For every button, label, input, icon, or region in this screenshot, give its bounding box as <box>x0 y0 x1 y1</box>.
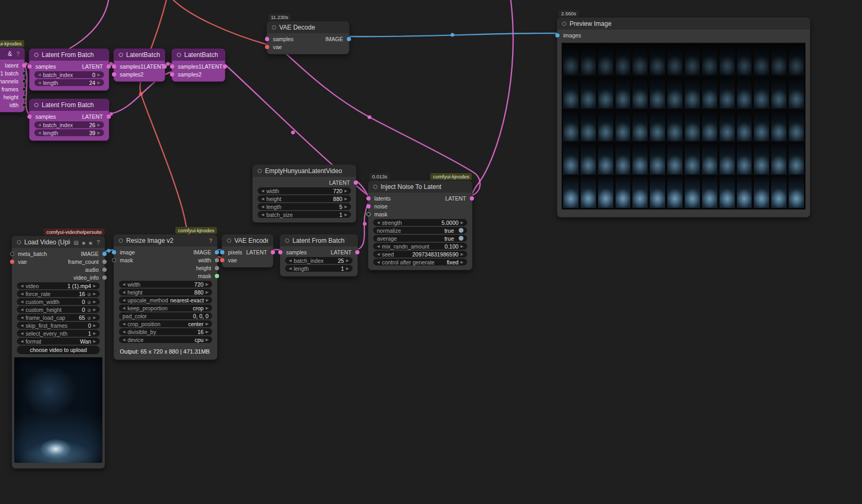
stepper-left-icon[interactable] <box>377 244 380 248</box>
vae-decode-node-samples-in-dot[interactable] <box>265 37 269 41</box>
collapse-dot[interactable] <box>177 53 181 57</box>
stepper-right-icon[interactable] <box>206 306 209 310</box>
collapse-dot[interactable] <box>285 239 289 243</box>
latent-batch-1-samples1-in-dot[interactable] <box>112 64 116 69</box>
vae-encode-node-vae-in-dot[interactable] <box>220 258 224 262</box>
resize-image-v2-node-width-out-dot[interactable] <box>215 258 219 262</box>
collapse-dot[interactable] <box>373 185 377 189</box>
stepper-right-icon[interactable] <box>345 205 347 208</box>
stepper-left-icon[interactable] <box>261 205 264 208</box>
node-titlebar[interactable]: Latent From Batch <box>280 235 357 246</box>
collapse-dot[interactable] <box>562 22 566 26</box>
help-icon[interactable]: ? <box>209 237 212 244</box>
empty-hunyuan-latent-video-node[interactable]: EmptyHunyuanLatentVideoLATENTwidth720hei… <box>252 165 356 223</box>
resize-image-v2-node-device-widget[interactable]: devicecpu <box>119 336 212 343</box>
video-preview-thumbnail[interactable] <box>14 357 102 463</box>
resize-image-v2-node-image-in-dot[interactable] <box>112 250 116 254</box>
stepper-left-icon[interactable] <box>377 252 380 256</box>
latent-from-batch-3-samples-in-dot[interactable] <box>278 250 282 254</box>
stepper-right-icon[interactable] <box>93 300 96 303</box>
vae-encode-node-pixels-in-dot[interactable] <box>220 250 224 254</box>
inject-noise-to-latent-node-latent-out-dot[interactable] <box>470 196 474 201</box>
stepper-right-icon[interactable] <box>206 338 209 341</box>
node-titlebar[interactable]: Load Video (Upload)? <box>12 236 105 248</box>
inject-noise-to-latent-node[interactable]: 0.013scomfyui-kjnodesInject Noise To Lat… <box>368 180 472 270</box>
screen-icon[interactable] <box>73 239 78 245</box>
stepper-left-icon[interactable] <box>122 306 125 310</box>
reroute-dot[interactable] <box>367 115 371 119</box>
disable-icon[interactable] <box>87 291 91 297</box>
stepper-left-icon[interactable] <box>38 73 41 77</box>
collapse-dot[interactable] <box>34 103 39 107</box>
node-titlebar[interactable]: Inject Noise To Latent <box>368 181 472 193</box>
stepper-right-icon[interactable] <box>93 339 96 343</box>
stepper-right-icon[interactable] <box>98 123 100 127</box>
node-titlebar[interactable]: Latent From Batch <box>30 49 109 61</box>
stepper-right-icon[interactable] <box>98 131 100 135</box>
stepper-right-icon[interactable] <box>93 308 96 311</box>
inject-noise-to-latent-node-normalize-widget[interactable]: normalizetrue <box>373 227 467 234</box>
stepper-left-icon[interactable] <box>21 339 23 343</box>
stepper-left-icon[interactable] <box>21 331 23 335</box>
toggle-knob[interactable] <box>459 236 463 241</box>
latent-from-batch-3[interactable]: Latent From BatchsamplesLATENTbatch_inde… <box>280 234 358 277</box>
resize-image-v2-node-crop-position-widget[interactable]: crop_positioncenter <box>119 320 212 327</box>
load-video-upload-node-video-info-out-dot[interactable] <box>102 275 107 280</box>
disable-icon[interactable] <box>87 315 91 321</box>
vae-encode-node[interactable]: VAE EncodepixelsLATENTvae <box>222 234 273 268</box>
help-icon[interactable]: ? <box>16 51 20 57</box>
stepper-right-icon[interactable] <box>93 292 96 296</box>
stepper-right-icon[interactable] <box>345 213 347 216</box>
stepper-right-icon[interactable] <box>206 330 209 334</box>
resize-image-v2-node-keep-proportion-widget[interactable]: keep_proportioncrop <box>119 305 212 311</box>
resize-image-v2-node-upscale-method-widget[interactable]: upscale_methodnearest-exact <box>119 297 212 303</box>
load-video-upload-node-audio-out-dot[interactable] <box>102 268 107 272</box>
stepper-right-icon[interactable] <box>98 81 100 84</box>
preview-image-node-images-in-dot[interactable] <box>555 33 560 37</box>
load-video-upload-node-force-rate-widget[interactable]: force_rate16 <box>17 290 100 297</box>
resize-image-v2-node-mask-in-dot[interactable] <box>112 258 116 262</box>
stepper-right-icon[interactable] <box>461 252 463 256</box>
resize-image-v2-node-height-out-dot[interactable] <box>215 266 219 270</box>
stepper-left-icon[interactable] <box>377 221 380 224</box>
latent-batch-2-latent-out-dot[interactable] <box>223 64 227 69</box>
resize-image-v2-node-divisible-by-widget[interactable]: divisible_by16 <box>119 328 212 335</box>
node-titlebar[interactable]: VAE Encode <box>222 235 273 246</box>
load-video-upload-node-image-out-dot[interactable] <box>102 252 107 256</box>
reroute-dot[interactable] <box>363 222 366 225</box>
vae-decode-node-image-out-dot[interactable] <box>347 37 351 41</box>
resize-image-v2-node-pad-color-widget[interactable]: pad_color0, 0, 0 <box>119 312 212 319</box>
latent-batch-2-samples1-in-dot[interactable] <box>170 64 174 69</box>
stepper-left-icon[interactable] <box>289 259 291 262</box>
inject-noise-to-latent-node-mask-in-dot[interactable] <box>366 212 371 216</box>
stepper-right-icon[interactable] <box>93 284 96 288</box>
collapse-dot[interactable] <box>272 25 276 30</box>
latent-batch-1[interactable]: LatentBatchsamples1LATENTsamples2 <box>113 49 165 82</box>
latent-from-batch-2[interactable]: Latent From BatchsamplesLATENTbatch_inde… <box>29 99 109 141</box>
stepper-left-icon[interactable] <box>38 81 41 84</box>
empty-hunyuan-latent-video-node-length-widget[interactable]: length5 <box>258 203 351 210</box>
stepper-left-icon[interactable] <box>21 316 23 319</box>
kjnodes-cut-node-frames-out-dot[interactable] <box>22 87 26 91</box>
kjnodes-cut-node-latent-out-dot[interactable] <box>22 63 26 68</box>
load-video-upload-node-skip-first-frames-widget[interactable]: skip_first_frames0 <box>17 322 100 329</box>
load-video-upload-node-custom-height-widget[interactable]: custom_height0 <box>17 306 100 313</box>
dot-icon[interactable] <box>82 239 86 245</box>
empty-hunyuan-latent-video-node-height-widget[interactable]: height880 <box>258 195 351 202</box>
node-titlebar[interactable]: VAE Decode <box>267 22 349 33</box>
latent-from-batch-2-latent-out-dot[interactable] <box>107 115 111 119</box>
resize-image-v2-node-image-out-dot[interactable] <box>215 250 219 254</box>
inject-noise-to-latent-node-noise-in-dot[interactable] <box>366 204 371 208</box>
latent-batch-1-latent-out-dot[interactable] <box>163 64 167 69</box>
inject-noise-to-latent-node-strength-widget[interactable]: strength5.0000 <box>373 219 467 226</box>
node-titlebar[interactable]: &? <box>0 48 24 60</box>
resize-image-v2-node[interactable]: comfyui-kjnodesResize Image v2?imageIMAG… <box>113 234 217 360</box>
vae-encode-node-latent-out-dot[interactable] <box>271 250 275 254</box>
empty-hunyuan-latent-video-node-latent-out-dot[interactable] <box>354 180 358 185</box>
stepper-left-icon[interactable] <box>122 298 125 302</box>
collapse-dot[interactable] <box>227 239 231 243</box>
node-titlebar[interactable]: Resize Image v2? <box>114 235 217 246</box>
vae-decode-node-vae-in-dot[interactable] <box>265 45 269 49</box>
stepper-right-icon[interactable] <box>345 189 347 193</box>
resize-image-v2-node-width-widget[interactable]: width720 <box>119 281 212 288</box>
